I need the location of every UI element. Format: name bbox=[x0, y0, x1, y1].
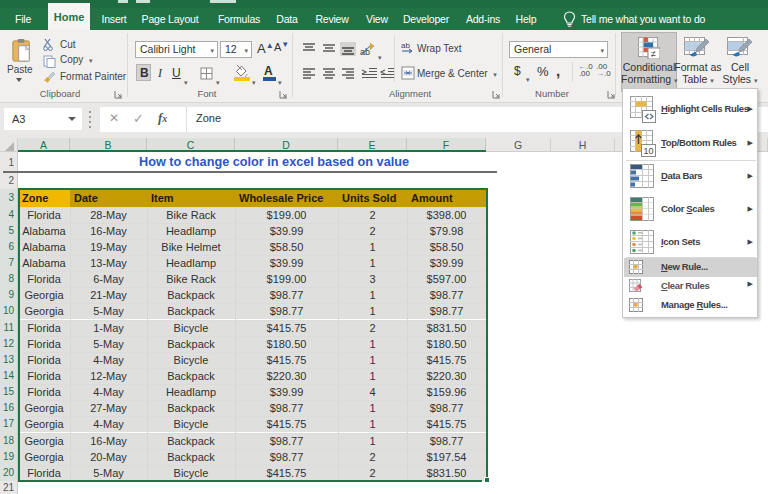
svg-text:ab: ab bbox=[401, 41, 410, 50]
svg-text:10: 10 bbox=[644, 146, 654, 156]
svg-text:≠: ≠ bbox=[651, 49, 656, 59]
svg-text:ab: ab bbox=[360, 47, 370, 56]
